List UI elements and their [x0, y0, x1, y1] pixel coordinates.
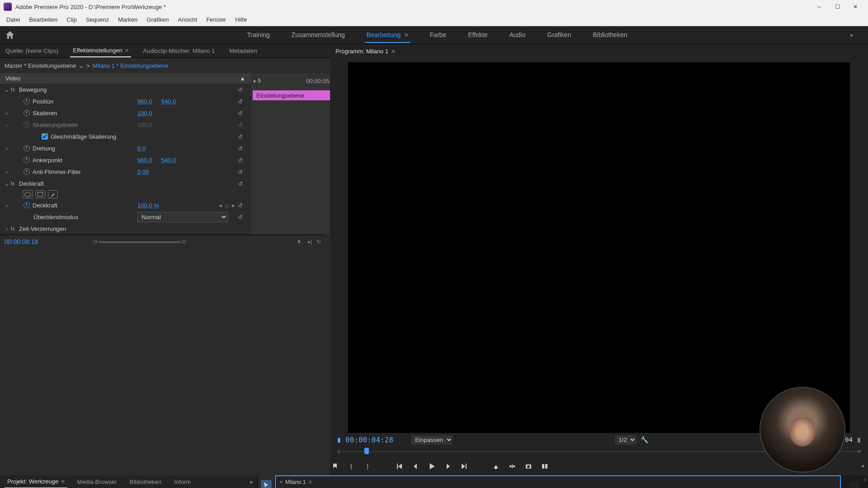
- stopwatch-icon[interactable]: [24, 98, 30, 104]
- stopwatch-icon[interactable]: [24, 157, 30, 163]
- zoom-select[interactable]: 1/2: [615, 435, 636, 445]
- wrench-icon[interactable]: 🔧: [641, 436, 648, 443]
- menu-grafiken[interactable]: Grafiken: [142, 14, 173, 25]
- reset-icon[interactable]: ↺: [238, 86, 243, 93]
- step-back-button[interactable]: [410, 461, 420, 471]
- twirl-icon[interactable]: ›: [3, 225, 11, 232]
- fx-badge-icon[interactable]: fx: [11, 87, 19, 92]
- fx-badge-icon[interactable]: fx: [11, 226, 19, 231]
- button-editor[interactable]: +: [858, 461, 868, 471]
- tab-bibliotheken[interactable]: Bibliotheken: [127, 476, 164, 488]
- ec-master-clip[interactable]: Master * Einstellungsebene: [5, 62, 76, 69]
- extract-button[interactable]: [507, 461, 517, 471]
- menu-sequenz[interactable]: Sequenz: [81, 14, 113, 25]
- close-button[interactable]: ✕: [846, 0, 864, 14]
- twirl-icon[interactable]: ›: [3, 145, 11, 152]
- scrub-end-icon[interactable]: [858, 450, 861, 453]
- twirl-icon[interactable]: ›: [3, 202, 11, 209]
- add-keyframe-icon[interactable]: ◇: [225, 202, 229, 209]
- stopwatch-icon[interactable]: [24, 110, 30, 116]
- next-keyframe-icon[interactable]: ▸: [232, 202, 235, 209]
- mask-pen-icon[interactable]: [48, 190, 58, 198]
- lift-button[interactable]: [491, 461, 501, 471]
- go-to-out-button[interactable]: [459, 461, 469, 471]
- fit-select[interactable]: Einpassen: [411, 435, 453, 445]
- menu-hilfe[interactable]: Hilfe: [231, 14, 251, 25]
- workspace-bibliotheken[interactable]: Bibliotheken: [591, 28, 629, 43]
- twirl-icon[interactable]: ›: [3, 122, 11, 128]
- program-current-tc[interactable]: 00:00:04:28: [345, 436, 393, 444]
- reset-icon[interactable]: ↺: [238, 110, 243, 117]
- filter-icon[interactable]: ▼.: [297, 239, 303, 245]
- workspace-grafiken[interactable]: Grafiken: [545, 28, 573, 43]
- sequence-tab[interactable]: Milano 1: [285, 479, 306, 485]
- anchor-y[interactable]: 540,0: [161, 157, 176, 164]
- position-x[interactable]: 960,0: [137, 98, 152, 105]
- go-to-in-button[interactable]: [394, 461, 404, 471]
- overflow-icon[interactable]: »: [250, 479, 253, 485]
- scale-value[interactable]: 100,0: [137, 110, 152, 117]
- workspace-training[interactable]: Training: [245, 28, 272, 43]
- panel-menu-icon[interactable]: ≡: [125, 47, 129, 54]
- prev-keyframe-icon[interactable]: ◂: [219, 202, 222, 209]
- ec-zoom-scroll[interactable]: [99, 241, 180, 243]
- twirl-icon[interactable]: ›: [3, 169, 11, 175]
- reset-icon[interactable]: ↺: [238, 98, 243, 105]
- menu-bearbeiten[interactable]: Bearbeiten: [24, 14, 62, 25]
- uniform-scale-checkbox[interactable]: [42, 133, 48, 140]
- selection-tool[interactable]: [261, 480, 272, 488]
- time-remap-section[interactable]: Zeit-Verzerrungen: [19, 225, 146, 232]
- ec-footer-timecode[interactable]: 00:00:08:18: [5, 238, 38, 245]
- chevron-down-icon[interactable]: ⌄: [79, 62, 84, 69]
- stopwatch-icon[interactable]: [24, 169, 30, 175]
- reset-icon[interactable]: ↺: [238, 122, 243, 128]
- reset-icon[interactable]: ↺: [238, 145, 243, 152]
- fx-badge-icon[interactable]: fx: [11, 181, 19, 186]
- workspace-zusammenstellung[interactable]: Zusammenstellung: [290, 28, 347, 43]
- close-sequence-icon[interactable]: ×: [279, 479, 283, 485]
- workspace-effekte[interactable]: Effekte: [466, 28, 489, 43]
- maximize-button[interactable]: ☐: [828, 0, 846, 14]
- workspace-bearbeitung[interactable]: Bearbeitung≡: [365, 28, 410, 43]
- panel-menu-icon[interactable]: ≡: [392, 48, 395, 55]
- antiflicker-value[interactable]: 0,00: [137, 169, 149, 175]
- tab-media-browser[interactable]: Media-Browser: [75, 476, 119, 488]
- ec-tl-play-icon[interactable]: ▸: [254, 78, 256, 84]
- stopwatch-active-icon[interactable]: [24, 202, 30, 208]
- zoom-handle-icon[interactable]: [182, 240, 186, 244]
- workspace-audio[interactable]: Audio: [507, 28, 527, 43]
- mask-rect-icon[interactable]: [35, 190, 45, 198]
- twirl-icon[interactable]: ⌄: [3, 86, 11, 93]
- motion-section[interactable]: Bewegung: [19, 86, 146, 93]
- stopwatch-icon[interactable]: [24, 145, 30, 151]
- tab-audioclip-mischer[interactable]: Audioclip-Mischer: Milano 1: [140, 45, 217, 57]
- home-button[interactable]: [5, 30, 15, 41]
- tab-effekteinstellungen[interactable]: Effekteinstellungen≡: [70, 44, 131, 57]
- menu-datei[interactable]: Datei: [2, 14, 24, 25]
- menu-clip[interactable]: Clip: [62, 14, 81, 25]
- menu-fenster[interactable]: Fenster: [202, 14, 231, 25]
- collapse-icon[interactable]: ▲: [240, 75, 245, 82]
- audio-meters[interactable]: 0 -6 -12 -18 -24 -30 -36 -42 -48 dB SS: [841, 475, 868, 488]
- opacity-value[interactable]: 100,0 %: [137, 202, 159, 209]
- rotation-value[interactable]: 0,0: [137, 145, 146, 152]
- zoom-handle-icon[interactable]: [94, 240, 97, 244]
- playhead[interactable]: [364, 448, 369, 454]
- tab-projekt[interactable]: Projekt: Werkzeuge≡: [5, 475, 67, 488]
- panel-menu-icon[interactable]: ≡: [308, 479, 311, 485]
- opacity-section[interactable]: Deckkraft: [19, 180, 146, 187]
- twirl-icon[interactable]: ›: [3, 110, 11, 117]
- step-forward-button[interactable]: [443, 461, 453, 471]
- reset-icon[interactable]: ↺: [238, 180, 243, 187]
- reset-icon[interactable]: ↺: [238, 133, 243, 140]
- program-viewer[interactable]: [348, 62, 850, 433]
- reset-icon[interactable]: ↺: [238, 169, 243, 175]
- workspace-menu-icon[interactable]: ≡: [404, 31, 408, 38]
- reset-icon[interactable]: ↺: [238, 214, 243, 221]
- mark-in-button[interactable]: {: [346, 461, 356, 471]
- workspace-overflow[interactable]: »: [850, 32, 863, 38]
- loop-icon[interactable]: ↻: [316, 239, 321, 245]
- reset-icon[interactable]: ↺: [238, 202, 243, 209]
- tab-metadaten[interactable]: Metadaten: [226, 45, 259, 57]
- mask-ellipse-icon[interactable]: [23, 190, 33, 198]
